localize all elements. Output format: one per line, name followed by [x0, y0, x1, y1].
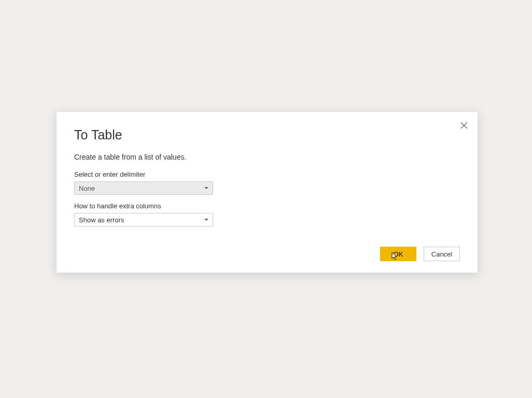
caret-down-icon: [204, 187, 208, 189]
to-table-dialog: To Table Create a table from a list of v…: [57, 112, 478, 273]
dialog-title: To Table: [74, 127, 460, 143]
caret-down-icon: [204, 219, 208, 221]
extra-columns-label: How to handle extra columns: [74, 202, 460, 210]
extra-columns-value: Show as errors: [79, 216, 124, 224]
ok-button[interactable]: OK: [380, 247, 416, 261]
dialog-content: To Table Create a table from a list of v…: [57, 112, 478, 244]
delimiter-value: None: [79, 184, 95, 192]
extra-columns-dropdown[interactable]: Show as errors: [74, 213, 213, 226]
close-button[interactable]: [458, 119, 470, 132]
dialog-subtitle: Create a table from a list of values.: [74, 153, 460, 161]
delimiter-dropdown[interactable]: None: [74, 181, 213, 195]
close-icon: [460, 122, 468, 129]
delimiter-label: Select or enter delimiter: [74, 170, 460, 178]
dialog-buttons: OK Cancel: [380, 247, 460, 261]
cancel-button[interactable]: Cancel: [424, 247, 460, 261]
